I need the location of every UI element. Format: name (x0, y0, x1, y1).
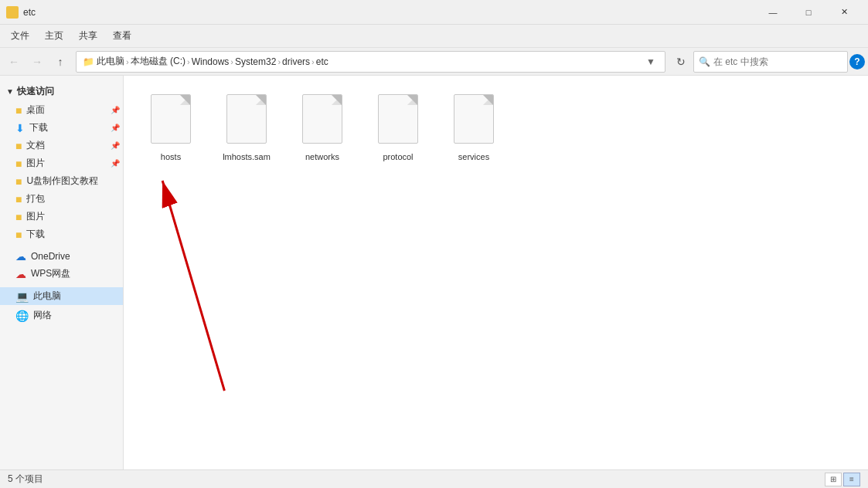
network-icon: 🌐 (15, 310, 29, 322)
sidebar-item-computer[interactable]: 💻 此电脑 (0, 287, 123, 305)
address-bar[interactable]: 📁 此电脑 › 本地磁盘 (C:) › Windows › System32 ›… (76, 51, 665, 73)
folder-icon: ■ (15, 175, 22, 188)
file-name-lmhosts: lmhosts.sam (223, 151, 271, 162)
folder-icon: ■ (15, 229, 22, 241)
folder-icon: ■ (15, 140, 22, 152)
folder-icon: ■ (15, 211, 22, 223)
onedrive-icon: ☁ (15, 250, 26, 263)
file-icon-networks (299, 94, 345, 148)
sidebar-item-label: 文档 (26, 139, 45, 152)
wps-icon: ☁ (15, 268, 26, 280)
file-icon-services (451, 94, 497, 148)
minimize-button[interactable]: — (755, 0, 791, 25)
address-part-windows: Windows (192, 56, 230, 67)
title-bar: etc — □ ✕ (0, 0, 868, 25)
file-area: hosts lmhosts.sam networks (124, 76, 868, 469)
title-text: etc (23, 7, 36, 18)
svg-line-1 (162, 181, 224, 391)
sidebar-item-label: 网络 (33, 309, 52, 322)
title-bar-left: etc (6, 6, 36, 19)
folder-icon: ■ (15, 158, 22, 170)
menu-view[interactable]: 查看 (105, 26, 139, 46)
folder-icon: ■ (15, 193, 22, 205)
file-name-services: services (458, 151, 489, 162)
file-name-hosts: hosts (161, 151, 181, 162)
address-part-c: 本地磁盘 (C:) (131, 55, 186, 68)
pin-icon: 📌 (111, 106, 120, 114)
files-grid: hosts lmhosts.sam networks (136, 88, 856, 168)
address-parts: 📁 此电脑 › 本地磁盘 (C:) › Windows › System32 ›… (83, 55, 640, 68)
refresh-button[interactable]: ↻ (670, 51, 692, 73)
quick-access-label: 快速访问 (17, 85, 54, 98)
title-bar-controls: — □ ✕ (755, 0, 862, 25)
pin-icon: 📌 (111, 124, 120, 132)
sidebar-item-wps[interactable]: ☁ WPS网盘 (0, 265, 123, 283)
pin-icon: 📌 (111, 159, 120, 168)
sidebar-item-label: 图片 (26, 210, 45, 223)
main-content: ▼ 快速访问 ■ 桌面 📌 ⬇ 下载 📌 ■ 文档 📌 ■ 图片 📌 ■ U盘制… (0, 76, 868, 469)
menu-bar: 文件 主页 共享 查看 (0, 25, 868, 48)
address-part-system32: System32 (235, 56, 276, 67)
maximize-button[interactable]: □ (791, 0, 826, 25)
file-item-hosts[interactable]: hosts (136, 88, 206, 168)
sidebar-item-label: WPS网盘 (31, 267, 70, 280)
forward-button[interactable]: → (26, 51, 48, 73)
search-input[interactable] (713, 56, 842, 67)
sidebar-item-label: 下载 (29, 121, 48, 134)
sidebar-item-label: 此电脑 (33, 290, 61, 303)
file-icon-protocol (375, 94, 421, 148)
sidebar-item-label: 桌面 (26, 103, 45, 117)
folder-icon: ■ (15, 104, 22, 117)
file-item-services[interactable]: services (439, 88, 509, 168)
menu-home[interactable]: 主页 (37, 26, 71, 46)
file-name-protocol: protocol (383, 151, 413, 162)
view-btn-list[interactable]: ≡ (843, 473, 860, 486)
sidebar-item-desktop[interactable]: ■ 桌面 📌 (0, 101, 123, 119)
file-name-networks: networks (305, 151, 339, 162)
file-icon-lmhosts (223, 94, 270, 148)
status-count: 5 个项目 (8, 473, 43, 486)
address-part-etc: etc (316, 56, 328, 67)
folder-icon-small: 📁 (83, 56, 94, 67)
sidebar-item-download[interactable]: ⬇ 下载 📌 (0, 119, 123, 137)
sidebar-item-label: U盘制作图文教程 (26, 175, 98, 188)
title-icon (6, 6, 19, 19)
sidebar-item-pictures[interactable]: ■ 图片 📌 (0, 154, 123, 172)
address-part-computer: 📁 此电脑 (83, 55, 124, 68)
close-button[interactable]: ✕ (826, 0, 862, 25)
quick-access-section[interactable]: ▼ 快速访问 (0, 82, 123, 101)
view-toggle: ⊞ ≡ (825, 473, 860, 486)
download-icon: ⬇ (15, 122, 25, 134)
chevron-icon: ▼ (6, 87, 14, 96)
sidebar-item-label: 下载 (26, 228, 45, 241)
file-item-networks[interactable]: networks (288, 88, 357, 168)
menu-file[interactable]: 文件 (3, 26, 37, 46)
menu-share[interactable]: 共享 (71, 26, 105, 46)
sidebar-item-label: 图片 (26, 157, 45, 170)
sidebar-item-label: OneDrive (31, 251, 70, 262)
toolbar: ← → ↑ 📁 此电脑 › 本地磁盘 (C:) › Windows › Syst… (0, 48, 868, 76)
status-bar: 5 个项目 ⊞ ≡ (0, 469, 868, 488)
computer-icon: 💻 (15, 290, 29, 303)
sidebar-item-downloads2[interactable]: ■ 下载 (0, 225, 123, 243)
up-button[interactable]: ↑ (49, 51, 71, 73)
sidebar-item-pictures2[interactable]: ■ 图片 (0, 208, 123, 225)
search-box[interactable]: 🔍 (693, 51, 848, 73)
sidebar-item-label: 打包 (26, 192, 45, 205)
sidebar-item-network[interactable]: 🌐 网络 (0, 307, 123, 324)
file-item-protocol[interactable]: protocol (363, 88, 433, 168)
sidebar-item-usb-tutorial[interactable]: ■ U盘制作图文教程 (0, 172, 123, 190)
sidebar: ▼ 快速访问 ■ 桌面 📌 ⬇ 下载 📌 ■ 文档 📌 ■ 图片 📌 ■ U盘制… (0, 76, 124, 469)
sidebar-item-onedrive[interactable]: ☁ OneDrive (0, 248, 123, 265)
sidebar-item-documents[interactable]: ■ 文档 📌 (0, 137, 123, 154)
file-icon-hosts (148, 94, 194, 148)
view-btn-grid[interactable]: ⊞ (825, 473, 842, 486)
help-button[interactable]: ? (849, 54, 865, 69)
pin-icon: 📌 (111, 141, 120, 150)
address-part-drivers: drivers (282, 56, 310, 67)
search-icon: 🔍 (699, 56, 710, 67)
file-item-lmhosts[interactable]: lmhosts.sam (212, 88, 281, 168)
address-dropdown[interactable]: ▼ (643, 51, 659, 73)
back-button[interactable]: ← (3, 51, 25, 73)
sidebar-item-package[interactable]: ■ 打包 (0, 190, 123, 208)
